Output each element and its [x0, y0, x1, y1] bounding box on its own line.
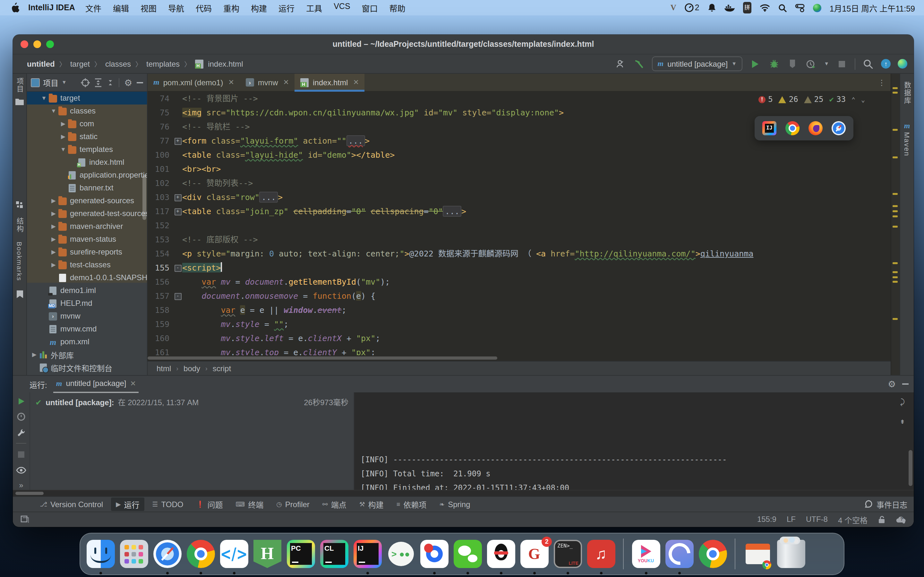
scroll-to-end-icon[interactable]: ⇟ — [900, 414, 905, 428]
tree-item-static[interactable]: ▶static — [27, 130, 147, 143]
build-hammer-icon[interactable] — [633, 58, 645, 69]
menubar-menu-item[interactable]: 代码 — [196, 2, 212, 14]
indent-setting[interactable]: 4 个空格 — [838, 514, 867, 525]
hide-panel-icon[interactable] — [137, 82, 143, 83]
assistant-sphere-icon[interactable] — [813, 3, 821, 12]
sync-settings-icon[interactable]: ? — [896, 515, 906, 524]
error-stripe-mark[interactable] — [893, 92, 898, 93]
chevron-right-icon[interactable]: ▶ — [50, 210, 57, 217]
dock-item-youku[interactable]: YOUKU — [631, 539, 661, 569]
tree-item-surefire-reports[interactable]: ▶surefire-reports — [27, 245, 147, 258]
tool-window-button-build[interactable]: ⚒构建 — [354, 498, 389, 511]
tree-item-templates[interactable]: ▼templates — [27, 143, 147, 156]
menubar-menu-item[interactable]: 导航 — [168, 2, 184, 14]
tool-window-button-todo[interactable]: ☰TODO — [147, 498, 189, 510]
prev-problem-icon[interactable]: ⌃ — [851, 96, 855, 103]
dock-item-vscode[interactable]: </> — [219, 539, 249, 569]
tool-window-button-problem[interactable]: ❗问题 — [191, 498, 228, 511]
run-button[interactable] — [750, 58, 761, 69]
tree-item-help-md[interactable]: MDHELP.md — [27, 297, 147, 309]
project-panel-title[interactable]: 项目 — [43, 77, 58, 88]
next-problem-icon[interactable]: ⌄ — [861, 96, 865, 103]
tool-window-button-branch[interactable]: ⎇Version Control — [35, 498, 108, 510]
dock-item-trash[interactable] — [776, 539, 806, 569]
tab-pom-xml-demo1-[interactable]: mpom.xml (demo1)✕ — [148, 74, 240, 91]
menubar-menu-item[interactable]: VCS — [334, 2, 350, 14]
error-stripe-mark[interactable] — [893, 262, 898, 264]
tree-item-test-classes[interactable]: ▶test-classes — [27, 258, 147, 271]
lock-icon[interactable] — [878, 515, 885, 524]
rerun-failed-icon[interactable] — [15, 412, 27, 422]
folder-stripe-icon[interactable] — [15, 98, 24, 105]
dock-item-clion[interactable]: CL — [319, 539, 349, 569]
breadcrumb-item[interactable]: templates — [146, 59, 180, 68]
bookmark-stripe-icon[interactable] — [16, 290, 23, 298]
stop-process-button[interactable] — [15, 450, 27, 459]
tab-options-icon[interactable]: ⋮ — [873, 74, 891, 91]
chevron-down-icon[interactable]: ▼ — [60, 146, 67, 153]
chevron-right-icon[interactable]: ▶ — [60, 133, 67, 140]
expand-all-icon[interactable] — [95, 78, 102, 87]
breadcrumb-item[interactable]: index.html — [208, 59, 243, 68]
editor-breadcrumb-item[interactable]: body — [184, 364, 200, 373]
tool-window-button-endpoints[interactable]: ⚯端点 — [317, 498, 352, 511]
window-titlebar[interactable]: untitled – ~/IdeaProjects/untitled/targe… — [13, 35, 914, 55]
dock-item-launchpad[interactable] — [119, 539, 149, 569]
profiler-chevron-icon[interactable]: ▼ — [824, 61, 829, 67]
gauge-icon[interactable]: 2 — [685, 3, 699, 13]
tree-scrollbar[interactable] — [142, 175, 146, 220]
fold-marker-icon[interactable]: + — [173, 205, 182, 219]
menubar-app-name[interactable]: IntelliJ IDEA — [28, 3, 75, 12]
debug-button[interactable] — [768, 58, 780, 69]
event-log-label[interactable]: 事件日志 — [877, 499, 907, 510]
close-run-tab-icon[interactable]: ✕ — [130, 379, 136, 388]
search-everywhere-icon[interactable] — [863, 58, 874, 69]
error-stripe-mark[interactable] — [893, 205, 898, 207]
menubar-menu-item[interactable]: 帮助 — [389, 2, 405, 14]
tree-item-classes[interactable]: ▼classes — [27, 105, 147, 117]
project-settings-gear-icon[interactable]: ⚙ — [124, 78, 132, 87]
tree-item-maven-status[interactable]: ▶maven-status — [27, 233, 147, 245]
tab-mvnw[interactable]: ›mvnw✕ — [240, 74, 295, 91]
dock-item-minwin[interactable] — [742, 539, 772, 569]
docker-icon[interactable] — [724, 3, 735, 13]
tree-item-banner-txt[interactable]: banner.txt — [27, 181, 147, 194]
chevron-right-icon[interactable]: ▶ — [50, 223, 57, 229]
run-console[interactable]: ⤸ ⇟ [INFO] -----------------------------… — [354, 392, 914, 490]
error-stripe-mark[interactable] — [893, 318, 898, 320]
tool-tab-bookmarks[interactable]: Bookmarks — [16, 242, 23, 282]
chevron-right-icon[interactable]: ▶ — [50, 261, 57, 268]
close-window-button[interactable] — [21, 40, 28, 48]
fold-marker-icon[interactable]: + — [173, 190, 182, 205]
ide-update-icon[interactable]: ↑ — [881, 59, 891, 69]
close-tab-icon[interactable]: ✕ — [228, 78, 234, 87]
wrench-icon[interactable] — [15, 428, 27, 438]
close-tab-icon[interactable]: ✕ — [283, 78, 289, 87]
editor-breadcrumb-item[interactable]: script — [213, 364, 231, 373]
more-options-icon[interactable]: » — [19, 481, 23, 490]
chevron-right-icon[interactable]: ▶ — [31, 351, 38, 358]
run-results-list[interactable]: ✔ untitled [package]: 在 2022/1/15, 11:37… — [30, 392, 354, 490]
tool-tab-project[interactable]: 项目 — [15, 77, 25, 93]
error-stripe-mark[interactable] — [893, 87, 898, 89]
collapse-all-icon[interactable] — [107, 78, 115, 87]
run-result-row[interactable]: ✔ untitled [package]: 在 2022/1/15, 11:37… — [35, 396, 349, 407]
notification-bell-icon[interactable] — [708, 3, 716, 13]
dock-item-idea[interactable]: IJ — [352, 539, 383, 569]
show-passed-eye-icon[interactable] — [15, 465, 27, 475]
chevron-down-icon[interactable]: ▼ — [40, 95, 47, 101]
dock-item-gapp[interactable]: G2 — [519, 539, 549, 569]
tool-window-button-deps[interactable]: ≡依赖项 — [391, 498, 432, 511]
input-method-indicator[interactable]: 拼 — [743, 2, 751, 13]
menubar-menu-item[interactable]: 窗口 — [362, 2, 378, 14]
error-stripe-mark[interactable] — [893, 226, 898, 227]
chevron-right-icon[interactable]: ▶ — [50, 249, 57, 255]
breadcrumb-item[interactable]: untitled — [27, 59, 55, 68]
menubar-menu-item[interactable]: 构建 — [251, 2, 267, 14]
tab-index-html[interactable]: index.html✕ — [295, 74, 365, 91]
dock-item-chat[interactable]: > ●● — [386, 539, 416, 569]
fold-marker-icon[interactable]: + — [173, 134, 182, 148]
editor-hscrollbar[interactable] — [148, 355, 891, 361]
breadcrumb-item[interactable]: target — [70, 59, 90, 68]
chevron-down-icon[interactable]: ▼ — [50, 108, 57, 114]
